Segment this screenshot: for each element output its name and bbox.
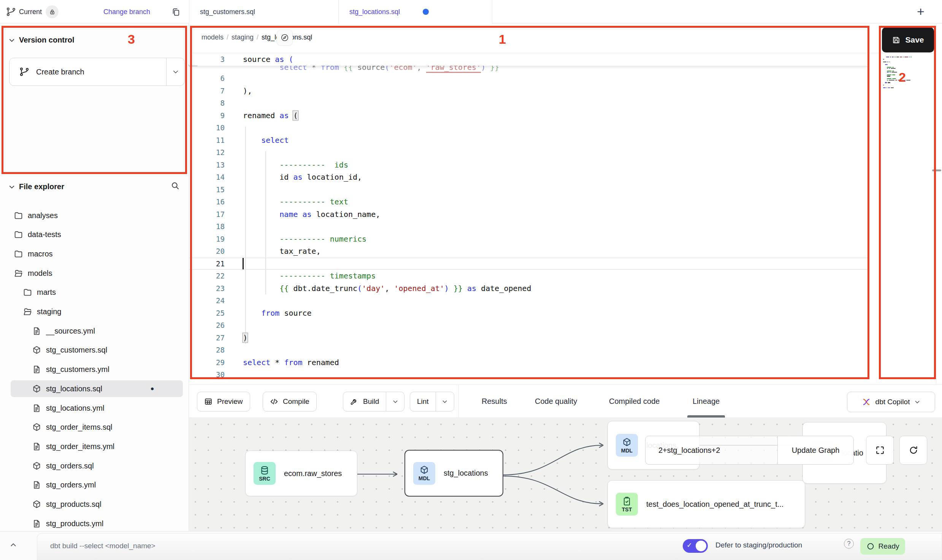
tab-stg-customers[interactable]: stg_customers.sql: [189, 0, 338, 24]
breadcrumb-models[interactable]: models: [201, 33, 224, 41]
file-tree-item-analyses[interactable]: analyses: [0, 207, 189, 224]
code-line-15[interactable]: 15: [189, 184, 869, 196]
fullscreen-button[interactable]: [866, 436, 894, 465]
code-editor[interactable]: select * from {{ source('ecom', 'raw_sto…: [189, 53, 869, 379]
code-line-3[interactable]: 3source as (: [189, 53, 869, 66]
tab-lineage[interactable]: Lineage: [693, 385, 720, 418]
minimap[interactable]: [883, 56, 929, 89]
compile-button[interactable]: Compile: [263, 392, 317, 411]
expand-command-bar-button[interactable]: [9, 541, 17, 549]
create-branch-main[interactable]: Create branch: [10, 58, 166, 85]
code-line-23[interactable]: 23 {{ dbt.date_trunc('day', 'opened_at')…: [189, 282, 869, 295]
open-lineage-button[interactable]: [277, 30, 293, 46]
code-line-19[interactable]: 19 ---------- numerics: [189, 233, 869, 245]
file-tree-item-staging[interactable]: staging: [0, 304, 189, 320]
file-explorer-header[interactable]: File explorer: [8, 182, 64, 191]
file-tree-item-stg-order-items-yml[interactable]: stg_order_items.yml: [0, 438, 189, 455]
refresh-button[interactable]: [899, 436, 927, 465]
copy-icon[interactable]: [171, 7, 181, 17]
create-branch-dropdown[interactable]: [166, 58, 184, 85]
code-text: ---------- ids: [235, 159, 348, 171]
tab-code-quality[interactable]: Code quality: [535, 385, 577, 418]
code-text: ---------- numerics: [235, 233, 366, 245]
file-tree-item-stg-customers-sql[interactable]: stg_customers.sql: [0, 342, 189, 359]
create-branch-button[interactable]: Create branch: [9, 58, 185, 86]
tab-stg-locations[interactable]: stg_locations.sql: [338, 0, 492, 24]
change-branch-link[interactable]: Change branch: [103, 0, 150, 24]
file-tree-item-marts[interactable]: marts: [0, 284, 189, 301]
file-tree-item-macros[interactable]: macros: [0, 245, 189, 262]
defer-toggle[interactable]: ✓: [683, 539, 708, 553]
tab-results[interactable]: Results: [482, 385, 507, 418]
git-branch-icon: [19, 67, 29, 77]
code-line-17[interactable]: 17 name as location_name,: [189, 208, 869, 221]
code-text: select: [235, 134, 289, 147]
file-tree-item-models[interactable]: models: [0, 265, 189, 282]
update-graph-button[interactable]: Update Graph: [777, 436, 853, 464]
lineage-node-stg-locations[interactable]: MDLstg_locations: [404, 450, 503, 497]
defer-label: Defer to staging/production: [715, 541, 802, 549]
file-name: __sources.yml: [46, 327, 95, 335]
editor-header: models / staging / stg_locations.sql: [189, 24, 936, 53]
code-line-14[interactable]: 14 id as location_id,: [189, 171, 869, 184]
file-tree-item-stg-customers-yml[interactable]: stg_customers.yml: [0, 361, 189, 378]
check-icon: ✓: [687, 541, 692, 549]
new-tab-button[interactable]: +: [917, 4, 925, 19]
code-line[interactable]: select * from {{ source('ecom', 'raw_sto…: [189, 66, 869, 74]
file-tree-item-stg-locations-yml[interactable]: stg_locations.yml: [0, 400, 189, 416]
code-line-25[interactable]: 25 from source: [189, 307, 869, 320]
lineage-node-test-does-location-opened-at-trunc-t-[interactable]: TSTtest_does_location_opened_at_trunc_t.…: [607, 480, 805, 528]
file-tree-item-stg-orders-sql[interactable]: stg_orders.sql: [0, 457, 189, 474]
code-line-11[interactable]: 11 select: [189, 134, 869, 147]
build-button[interactable]: Build: [343, 392, 404, 411]
file-tree-item-stg-orders-yml[interactable]: stg_orders.yml: [0, 477, 189, 494]
file-tree-item-stg-order-items-sql[interactable]: stg_order_items.sql: [0, 419, 189, 436]
branch-selector[interactable]: Current: [6, 0, 59, 24]
version-control-header[interactable]: Version control: [8, 36, 75, 44]
code-line-29[interactable]: 29select * from renamed: [189, 356, 869, 369]
code-line-27[interactable]: 27): [189, 332, 869, 344]
code-line-16[interactable]: 16 ---------- text: [189, 196, 869, 208]
help-icon[interactable]: ?: [844, 539, 854, 549]
code-line-13[interactable]: 13 ---------- ids: [189, 159, 869, 171]
save-button[interactable]: Save: [882, 27, 934, 52]
code-line-22[interactable]: 22 ---------- timestamps: [189, 270, 869, 282]
ready-status-badge[interactable]: Ready: [860, 538, 905, 555]
lint-button[interactable]: Lint: [410, 392, 454, 411]
node-label: stg_locations: [444, 469, 488, 478]
code-line-12[interactable]: 12: [189, 146, 869, 159]
code-line-8[interactable]: 8: [189, 97, 869, 109]
code-line-24[interactable]: 24: [189, 294, 869, 307]
dbt-copilot-button[interactable]: dbt Copilot: [847, 392, 935, 412]
code-line-28[interactable]: 28: [189, 344, 869, 356]
lineage-node-ecom-raw-stores[interactable]: SRCecom.raw_stores: [245, 451, 357, 496]
minimap-panel[interactable]: [869, 53, 936, 379]
resize-handle[interactable]: [932, 169, 941, 171]
code-line-7[interactable]: 7),: [189, 85, 869, 97]
file-tree-item-stg-locations-sql[interactable]: stg_locations.sql•: [0, 380, 189, 397]
line-number: 18: [189, 222, 235, 231]
line-number: 7: [189, 87, 235, 95]
file-tree-item-stg-products-sql[interactable]: stg_products.sql: [0, 496, 189, 513]
build-dropdown[interactable]: [386, 392, 404, 411]
code-text: source as (: [235, 53, 293, 66]
file-tree-item-data-tests[interactable]: data-tests: [0, 226, 189, 243]
breadcrumb-staging[interactable]: staging: [232, 33, 254, 41]
search-icon[interactable]: [170, 181, 180, 191]
code-line-18[interactable]: 18: [189, 220, 869, 233]
code-line-10[interactable]: 10: [189, 122, 869, 134]
lineage-selector-input[interactable]: 2+stg_locations+2: [645, 436, 777, 464]
tab-compiled-code[interactable]: Compiled code: [609, 385, 660, 418]
preview-button[interactable]: Preview: [197, 392, 250, 411]
lint-dropdown[interactable]: [436, 392, 454, 411]
code-line-9[interactable]: 9renamed as (: [189, 109, 869, 122]
code-line-20[interactable]: 20 tax_rate,: [189, 245, 869, 258]
lineage-canvas[interactable]: SRCecom.raw_storesMDLstg_locationsMDLloc…: [189, 418, 942, 531]
file-tree-item--sources-yml[interactable]: __sources.yml: [0, 323, 189, 339]
line-number: 23: [189, 284, 235, 293]
code-line-26[interactable]: 26: [189, 319, 869, 332]
command-input[interactable]: dbt build --select <model_name> ✓ Defer …: [37, 533, 942, 560]
file-tree-item-stg-products-yml[interactable]: stg_products.yml: [0, 515, 189, 532]
code-line-21[interactable]: 21: [189, 258, 869, 270]
code-line-30[interactable]: 30: [189, 369, 869, 379]
